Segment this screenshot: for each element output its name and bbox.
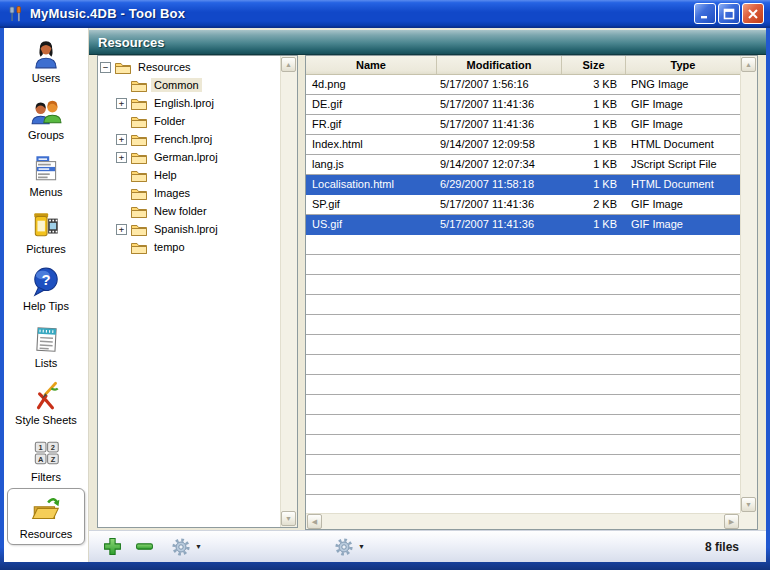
sidebar-item-filters[interactable]: 1 2 A Z Filters — [7, 431, 85, 488]
sidebar-item-label: Style Sheets — [15, 414, 77, 426]
folder-icon — [131, 115, 147, 128]
tree-item-spanish-lproj[interactable]: + Spanish.lproj — [98, 220, 280, 238]
folder-tree: − Resources Common + English.lproj — [98, 58, 280, 527]
maximize-button[interactable] — [718, 3, 740, 24]
bottom-toolbar: ▼ ▼ 8 files — [89, 530, 766, 562]
sidebar-item-users[interactable]: Users — [7, 32, 85, 89]
table-horizontal-scrollbar[interactable]: ◀ ▶ — [306, 513, 740, 529]
tree-item-new-folder[interactable]: New folder — [98, 202, 280, 220]
lists-icon — [30, 323, 62, 355]
scroll-down-icon[interactable]: ▼ — [281, 511, 296, 526]
dropdown-arrow-icon: ▼ — [195, 543, 202, 550]
page-title: Resources — [98, 35, 164, 50]
pictures-icon — [30, 209, 62, 241]
table-row[interactable]: 4d.png5/17/2007 1:56:163 KBPNG Image — [306, 75, 740, 95]
tree-item-label[interactable]: Common — [151, 78, 202, 92]
sidebar-item-label: Resources — [20, 528, 73, 540]
table-row[interactable]: DE.gif5/17/2007 11:41:361 KBGIF Image — [306, 95, 740, 115]
tree-item-label[interactable]: Spanish.lproj — [151, 222, 221, 236]
tree-vertical-scrollbar[interactable]: ▲ ▼ — [280, 56, 297, 527]
sidebar-item-help-tips[interactable]: ? Help Tips — [7, 260, 85, 317]
sidebar-item-resources[interactable]: Resources — [7, 488, 85, 545]
sidebar-item-label: Pictures — [26, 243, 66, 255]
scroll-left-icon[interactable]: ◀ — [307, 514, 322, 529]
tree-item-label[interactable]: German.lproj — [151, 150, 221, 164]
folder-icon — [131, 187, 147, 200]
sidebar: Users Groups — [4, 28, 89, 562]
groups-icon — [30, 95, 62, 127]
column-header-type[interactable]: Type — [626, 56, 740, 74]
tree-item-resources[interactable]: − Resources — [98, 58, 280, 76]
table-vertical-scrollbar[interactable]: ▲ ▼ — [740, 56, 757, 513]
svg-text:Z: Z — [51, 454, 56, 463]
tree-item-common[interactable]: Common — [98, 76, 280, 94]
remove-button[interactable] — [135, 537, 154, 556]
tree-item-folder[interactable]: Folder — [98, 112, 280, 130]
svg-text:1: 1 — [39, 442, 43, 451]
tree-item-label[interactable]: Folder — [151, 114, 188, 128]
sidebar-item-label: Users — [32, 72, 61, 84]
dropdown-arrow-icon: ▼ — [358, 543, 365, 550]
expand-plus-icon[interactable]: + — [116, 134, 127, 145]
table-row-selected[interactable]: Localisation.html6/29/2007 11:58:181 KBH… — [306, 175, 740, 195]
tree-item-label[interactable]: Help — [151, 168, 180, 182]
tree-item-help[interactable]: Help — [98, 166, 280, 184]
menus-icon — [30, 152, 62, 184]
tree-item-german-lproj[interactable]: + German.lproj — [98, 148, 280, 166]
scroll-right-icon[interactable]: ▶ — [724, 514, 739, 529]
sidebar-item-label: Lists — [35, 357, 58, 369]
svg-text:A: A — [38, 454, 44, 463]
scroll-up-icon[interactable]: ▲ — [281, 57, 296, 72]
users-icon — [30, 38, 62, 70]
folder-tree-panel: − Resources Common + English.lproj — [97, 55, 298, 528]
expand-plus-icon[interactable]: + — [116, 224, 127, 235]
tree-item-english-lproj[interactable]: + English.lproj — [98, 94, 280, 112]
close-button[interactable] — [742, 3, 764, 24]
sidebar-item-menus[interactable]: Menus — [7, 146, 85, 203]
table-row[interactable]: Index.html9/14/2007 12:09:581 KBHTML Doc… — [306, 135, 740, 155]
file-list: 4d.png5/17/2007 1:56:163 KBPNG Image DE.… — [306, 75, 740, 513]
content-area: Resources − Resources Common + Engl — [89, 28, 766, 562]
table-row[interactable]: SP.gif5/17/2007 11:41:362 KBGIF Image — [306, 195, 740, 215]
tree-item-label[interactable]: tempo — [151, 240, 188, 254]
folder-icon — [131, 133, 147, 146]
table-row-selected[interactable]: US.gif5/17/2007 11:41:361 KBGIF Image — [306, 215, 740, 235]
window-title: MyMusic.4DB - Tool Box — [30, 6, 185, 21]
collapse-minus-icon[interactable]: − — [100, 62, 111, 73]
sidebar-item-label: Filters — [31, 471, 61, 483]
table-row[interactable]: lang.js9/14/2007 12:07:341 KBJScript Scr… — [306, 155, 740, 175]
minimize-button[interactable] — [694, 3, 716, 24]
tree-item-label[interactable]: French.lproj — [151, 132, 215, 146]
column-header-name[interactable]: Name — [306, 56, 437, 74]
titlebar[interactable]: MyMusic.4DB - Tool Box — [0, 0, 770, 28]
column-header-modification[interactable]: Modification — [437, 56, 562, 74]
tree-item-label[interactable]: Images — [151, 186, 193, 200]
close-icon — [747, 8, 759, 20]
scroll-down-icon[interactable]: ▼ — [741, 497, 756, 512]
table-header: Name Modification Size Type — [306, 56, 740, 75]
expand-plus-icon[interactable]: + — [116, 98, 127, 109]
tree-item-label[interactable]: Resources — [135, 60, 194, 74]
tree-item-tempo[interactable]: tempo — [98, 238, 280, 256]
sidebar-item-lists[interactable]: Lists — [7, 317, 85, 374]
list-actions-menu-button[interactable]: ▼ — [334, 537, 365, 557]
column-header-size[interactable]: Size — [562, 56, 626, 74]
tree-item-label[interactable]: English.lproj — [151, 96, 217, 110]
sidebar-item-style-sheets[interactable]: Style Sheets — [7, 374, 85, 431]
sidebar-item-groups[interactable]: Groups — [7, 89, 85, 146]
scroll-up-icon[interactable]: ▲ — [741, 57, 756, 72]
folder-icon — [115, 61, 131, 74]
folder-icon — [131, 205, 147, 218]
expand-plus-icon[interactable]: + — [116, 152, 127, 163]
tree-item-images[interactable]: Images — [98, 184, 280, 202]
status-file-count: 8 files — [705, 540, 739, 554]
sidebar-item-label: Help Tips — [23, 300, 69, 312]
tree-actions-menu-button[interactable]: ▼ — [171, 537, 202, 557]
folder-icon — [131, 151, 147, 164]
svg-text:?: ? — [41, 270, 50, 287]
tree-item-french-lproj[interactable]: + French.lproj — [98, 130, 280, 148]
tree-item-label[interactable]: New folder — [151, 204, 210, 218]
sidebar-item-pictures[interactable]: Pictures — [7, 203, 85, 260]
add-button[interactable] — [103, 537, 122, 556]
table-row[interactable]: FR.gif5/17/2007 11:41:361 KBGIF Image — [306, 115, 740, 135]
